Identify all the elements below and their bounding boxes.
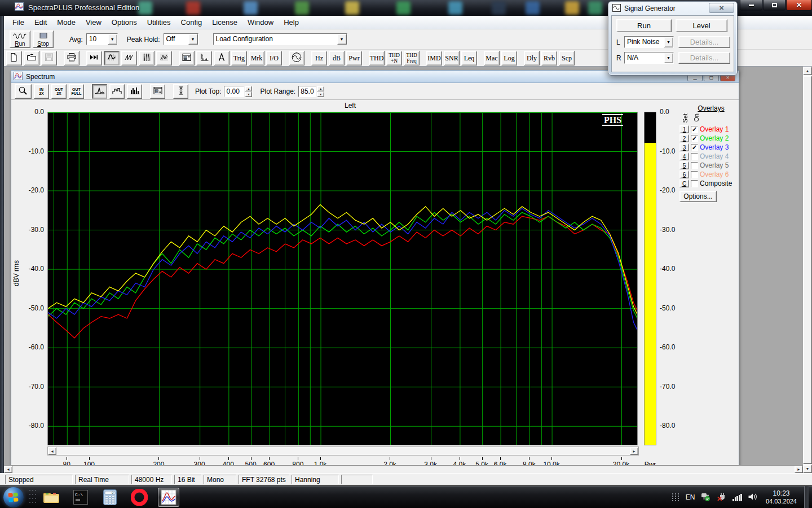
- overlay-set-button-2[interactable]: 2: [679, 134, 689, 142]
- signal-generator-title-bar[interactable]: Signal Generator ✕: [608, 2, 737, 14]
- thd-freq-button[interactable]: THD Freq: [404, 51, 420, 65]
- log-button[interactable]: Log: [501, 51, 517, 65]
- snr-button[interactable]: SNR: [444, 51, 460, 65]
- peak-hold-select[interactable]: Off ▼: [164, 33, 198, 45]
- menu-utilities[interactable]: Utilities: [142, 16, 176, 28]
- scope-button[interactable]: Scp: [559, 51, 575, 65]
- vertical-scale-button[interactable]: [173, 84, 188, 99]
- plot-range-spinner[interactable]: ▲▼: [317, 86, 324, 97]
- menu-help[interactable]: Help: [279, 16, 304, 28]
- usb-tray-icon[interactable]: [700, 492, 711, 503]
- save-file-button[interactable]: [41, 51, 57, 65]
- show-hidden-icons[interactable]: [672, 493, 679, 501]
- overlay-options-button[interactable]: Options...: [679, 191, 717, 202]
- hz-button[interactable]: Hz: [311, 51, 327, 65]
- network-tray-icon[interactable]: [732, 494, 742, 501]
- overlay-checkbox-5[interactable]: [691, 162, 698, 169]
- imd-button[interactable]: IMD: [426, 51, 442, 65]
- io-button[interactable]: I/O: [266, 51, 282, 65]
- taskbar-cmd-button[interactable]: C:\: [70, 488, 91, 507]
- scroll-right-icon[interactable]: ►: [630, 447, 638, 455]
- start-button[interactable]: [3, 487, 24, 507]
- marker-button[interactable]: Mrk: [249, 51, 264, 65]
- chevron-down-icon[interactable]: ▼: [108, 34, 117, 45]
- scroll-down-icon[interactable]: ▼: [803, 465, 812, 473]
- zoom-out-full-button[interactable]: OUT FULL: [69, 84, 84, 99]
- zoom-out-2x-button[interactable]: OUT 2X: [51, 84, 67, 99]
- macro-button[interactable]: Mac: [484, 51, 500, 65]
- overlay-set-button-4[interactable]: 4: [679, 152, 689, 160]
- overlay-set-button-6[interactable]: 6: [679, 170, 689, 178]
- scale-button[interactable]: [196, 51, 212, 65]
- load-configuration-select[interactable]: Load Configuration ▼: [213, 33, 347, 45]
- reverb-button[interactable]: Rvb: [541, 51, 557, 65]
- calipers-button[interactable]: [214, 51, 230, 65]
- minimize-button[interactable]: [740, 0, 762, 11]
- control-panel-button[interactable]: [179, 51, 195, 65]
- plot-range-input[interactable]: [298, 86, 316, 97]
- taskbar-clock[interactable]: 10:23 04.03.2024: [766, 489, 797, 505]
- menu-view[interactable]: View: [81, 16, 107, 28]
- generator-run-button[interactable]: Run: [616, 19, 672, 32]
- overlay-set-button-5[interactable]: 5: [679, 161, 689, 169]
- chevron-down-icon[interactable]: ▼: [664, 37, 673, 47]
- taskbar-spectraplus-button[interactable]: [158, 488, 179, 507]
- overlay-checkbox-4[interactable]: [691, 153, 698, 160]
- trigger-button[interactable]: Trig: [231, 51, 247, 65]
- menu-window[interactable]: Window: [242, 16, 279, 28]
- dialog-close-button[interactable]: ✕: [709, 3, 734, 13]
- language-indicator[interactable]: EN: [686, 493, 695, 501]
- plot-top-spinner[interactable]: ▲▼: [245, 86, 252, 97]
- playback-button[interactable]: [86, 51, 102, 65]
- line-plot-button[interactable]: [92, 84, 107, 99]
- db-button[interactable]: dB: [329, 51, 345, 65]
- print-button[interactable]: [64, 51, 80, 65]
- generator-level-button[interactable]: Level: [676, 19, 727, 32]
- taskbar-opera-button[interactable]: [129, 488, 150, 507]
- chevron-down-icon[interactable]: ▼: [664, 52, 673, 63]
- zoom-tool-button[interactable]: [15, 84, 32, 99]
- display-options-button[interactable]: [150, 84, 165, 99]
- avg-select[interactable]: 10 ▼: [86, 33, 118, 45]
- overlay-set-button-3[interactable]: 3: [679, 143, 689, 151]
- overlay-checkbox-2[interactable]: ✓: [691, 135, 698, 142]
- step-plot-button[interactable]: [109, 84, 125, 99]
- bar-plot-button[interactable]: [127, 84, 142, 99]
- right-signal-select[interactable]: N/A ▼: [624, 52, 674, 64]
- plot-top-input[interactable]: [224, 86, 244, 97]
- spectrum-plot[interactable]: [47, 112, 638, 445]
- overlay-set-button-c[interactable]: C: [679, 179, 689, 187]
- plot-scrollbar[interactable]: ◄ ►: [47, 446, 639, 456]
- thd-n-button[interactable]: THD +N: [386, 51, 402, 65]
- menu-config[interactable]: Config: [176, 16, 208, 28]
- pwr-button[interactable]: Pwr: [346, 51, 362, 65]
- overlay-checkbox-6[interactable]: [691, 171, 698, 178]
- spectrogram-view-button[interactable]: [139, 51, 155, 65]
- scroll-right-icon[interactable]: ►: [795, 466, 803, 473]
- volume-tray-icon[interactable]: [747, 492, 758, 503]
- delay-button[interactable]: Dly: [524, 51, 540, 65]
- run-button[interactable]: Run: [10, 30, 30, 48]
- chevron-down-icon[interactable]: ▼: [188, 34, 198, 45]
- scrollbar-thumb[interactable]: [803, 76, 812, 464]
- scroll-left-icon[interactable]: ◄: [48, 447, 56, 455]
- mdi-horizontal-scrollbar[interactable]: ◄ ►: [4, 465, 803, 473]
- overlay-checkbox-1[interactable]: ✓: [691, 126, 698, 133]
- signal-generator-button[interactable]: [289, 51, 304, 65]
- menu-edit[interactable]: Edit: [29, 16, 52, 28]
- new-file-button[interactable]: [6, 51, 22, 65]
- mdi-vertical-scrollbar[interactable]: ▲ ▼: [803, 67, 812, 473]
- overlay-checkbox-c[interactable]: [691, 180, 698, 187]
- surface-view-button[interactable]: [156, 51, 172, 65]
- spectrum-view-button[interactable]: [104, 51, 120, 65]
- leq-button[interactable]: Leq: [461, 51, 477, 65]
- show-desktop-button[interactable]: [804, 486, 809, 508]
- maximize-button[interactable]: [763, 0, 785, 11]
- taskbar-explorer-button[interactable]: [41, 488, 62, 507]
- menu-file[interactable]: File: [7, 16, 29, 28]
- thd-button[interactable]: THD: [369, 51, 385, 65]
- open-file-button[interactable]: [24, 51, 39, 65]
- scroll-up-icon[interactable]: ▲: [803, 67, 812, 75]
- zoom-in-2x-button[interactable]: IN 2X: [34, 84, 49, 99]
- menu-license[interactable]: License: [207, 16, 242, 28]
